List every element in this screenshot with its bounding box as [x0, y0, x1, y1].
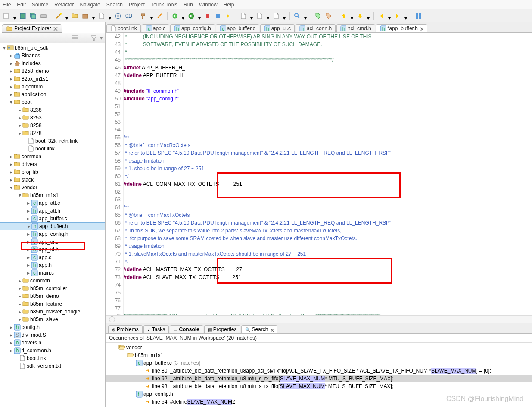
run-icon[interactable]	[187, 12, 195, 20]
box-icon[interactable]	[81, 12, 89, 20]
bottom-tab-problems[interactable]: ⊗Problems	[108, 325, 143, 333]
menu-edit[interactable]: Edit	[17, 2, 26, 8]
menu-file[interactable]: File	[3, 2, 11, 8]
tree-item[interactable]: ▸app.c	[0, 254, 105, 261]
search-match[interactable]: line 92: _attribute_ble_data_retention_u…	[106, 375, 532, 382]
menu-project[interactable]: Project	[129, 2, 145, 8]
tree-item[interactable]: ▸common	[0, 153, 105, 160]
tree-item[interactable]: sdk_version.txt	[0, 362, 105, 370]
tree-item[interactable]: ▸b85m_slave	[0, 316, 105, 323]
tree-item[interactable]: ▸config.h	[0, 323, 105, 331]
up-icon[interactable]	[340, 12, 348, 20]
menu-run[interactable]: Run	[184, 2, 193, 8]
close-icon[interactable]	[53, 26, 58, 31]
editor-tab[interactable]: app_config.h	[170, 24, 215, 32]
tree-item[interactable]: ▾boot	[0, 98, 105, 106]
tree-item[interactable]: ▸8238	[0, 106, 105, 114]
tree-item[interactable]: ▸application	[0, 91, 105, 98]
project-root[interactable]: ▾ b85m_ble_sdk	[0, 44, 105, 52]
tree-item[interactable]: ▸b85m_feature	[0, 300, 105, 308]
print-icon[interactable]	[40, 12, 47, 20]
editor-footer-toggle[interactable]: ‹	[109, 316, 115, 322]
grid-icon[interactable]	[415, 12, 423, 20]
wand-icon[interactable]	[55, 12, 62, 20]
tree-item[interactable]: ▸stack	[0, 176, 105, 184]
new-icon[interactable]	[3, 12, 10, 20]
tree-item[interactable]: ▸8258_demo	[0, 67, 105, 75]
menu-search[interactable]: Search	[106, 2, 123, 8]
tree-item[interactable]: ▸8253	[0, 114, 105, 122]
search-icon[interactable]	[293, 12, 301, 20]
editor-tab[interactable]: app_buffer.c	[216, 24, 259, 32]
editor-tab[interactable]: boot.link	[106, 24, 141, 32]
tree-item[interactable]: boot_32k_retn.link	[0, 137, 105, 145]
tree-item[interactable]: ▸main.c	[0, 269, 105, 277]
new4-icon[interactable]	[272, 12, 280, 20]
pause-icon[interactable]	[214, 12, 222, 20]
tree-item[interactable]: ▸app_ui.c	[0, 238, 105, 246]
tree-item[interactable]: ▸Binaries	[0, 52, 105, 59]
bottom-tab-search[interactable]: 🔍Search	[241, 325, 277, 333]
tree-item[interactable]: ▸algorithm	[0, 83, 105, 91]
new2-icon[interactable]	[240, 12, 247, 20]
tree-item[interactable]: ▸8278	[0, 129, 105, 137]
editor-tab[interactable]: acl_conn.h	[296, 24, 336, 32]
menu-refactor[interactable]: Refactor	[54, 2, 74, 8]
editor-tab[interactable]: *app_buffer.h	[376, 24, 427, 32]
bottom-tab-console[interactable]: ▭Console	[170, 325, 203, 333]
skip-icon[interactable]	[224, 12, 232, 20]
debug-icon[interactable]	[171, 12, 179, 20]
tree-item[interactable]: ▸app_att.c	[0, 199, 105, 207]
menu-telink-tools[interactable]: Telink Tools	[151, 2, 177, 8]
editor-tab[interactable]: app_ui.c	[260, 24, 295, 32]
tree-item[interactable]: ▸app_buffer.h	[0, 222, 105, 230]
tree-item[interactable]: ▸app_ui.h	[0, 246, 105, 254]
tree-item[interactable]: ▸drivers.h	[0, 339, 105, 347]
tree-item[interactable]: ▸b85m_controller	[0, 285, 105, 292]
tree-item[interactable]: ▸b85m_master_dongle	[0, 308, 105, 316]
filter-icon[interactable]	[90, 34, 97, 41]
menu-help[interactable]: Help	[224, 2, 234, 8]
tree-item[interactable]: ▸825x_m1s1	[0, 75, 105, 83]
down-icon[interactable]	[356, 12, 364, 20]
doc-icon[interactable]	[98, 12, 106, 20]
hammer-icon[interactable]	[140, 12, 147, 20]
tree-item[interactable]: ▸8258	[0, 122, 105, 129]
search-match[interactable]: line 54: #define SLAVE_MAX_NUM2	[106, 398, 532, 406]
link-icon[interactable]	[81, 34, 88, 41]
tree-item[interactable]: ▸b85m_demo	[0, 292, 105, 300]
fwd-icon[interactable]	[394, 12, 401, 20]
target-icon[interactable]	[114, 12, 122, 20]
project-tree[interactable]: ▾ b85m_ble_sdk ▸Binaries▸Includes▸8258_d…	[0, 43, 105, 407]
back-icon[interactable]	[377, 12, 385, 20]
search-match[interactable]: line 80: _attribute_ble_data_retention_u…	[106, 367, 532, 375]
menu-navigate[interactable]: Navigate	[80, 2, 100, 8]
save-all-icon[interactable]	[29, 12, 37, 20]
tree-item[interactable]: ▸div_mod.S	[0, 331, 105, 339]
search-match[interactable]: line 93: _attribute_ble_data_retention_u…	[106, 382, 532, 390]
tree-item[interactable]: ▸app.h	[0, 261, 105, 269]
editor-tab[interactable]: app.c	[142, 24, 169, 32]
tag2-icon[interactable]	[325, 12, 333, 20]
tree-item[interactable]: boot.link	[0, 354, 105, 362]
tree-item[interactable]: ▸app_config.h	[0, 230, 105, 238]
tree-item[interactable]: boot.link	[0, 145, 105, 153]
menu-source[interactable]: Source	[32, 2, 48, 8]
bottom-tab-tasks[interactable]: ✓Tasks	[143, 325, 169, 333]
tree-item[interactable]: ▸proj_lib	[0, 168, 105, 176]
brush-icon[interactable]	[156, 12, 164, 20]
tree-item[interactable]: ▸drivers	[0, 160, 105, 168]
tree-item[interactable]: ▸app_buffer.c	[0, 215, 105, 222]
tag-icon[interactable]	[314, 12, 322, 20]
menu-window[interactable]: Window	[199, 2, 218, 8]
save-icon[interactable]	[19, 12, 27, 20]
code-editor[interactable]: 4243444546474849505152535455565758596061…	[106, 33, 532, 315]
editor-tab[interactable]: hci_cmd.h	[336, 24, 375, 32]
tree-item[interactable]: ▸Includes	[0, 59, 105, 67]
project-explorer-tab[interactable]: Project Explorer	[2, 24, 62, 33]
tree-item[interactable]: ▾vendor	[0, 184, 105, 191]
stop-icon[interactable]	[204, 12, 212, 20]
search-results[interactable]: vendor b85m_m1s1 app_buffer.c (3 matches…	[106, 343, 532, 407]
tree-item[interactable]: ▸app_att.h	[0, 207, 105, 215]
collapse-icon[interactable]	[72, 34, 78, 41]
